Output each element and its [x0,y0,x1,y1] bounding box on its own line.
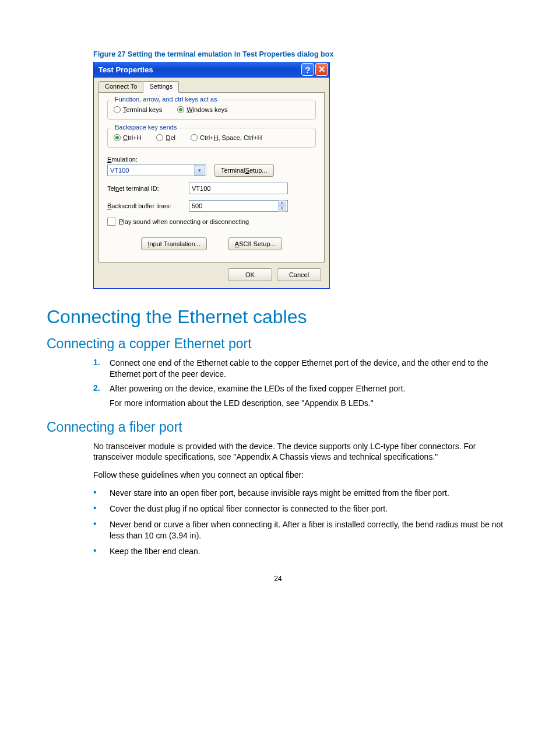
list-text: Never bend or curve a fiber when connect… [110,519,509,541]
radio-windows-keys[interactable]: Windows keys [177,106,227,113]
bullet-icon: • [93,503,110,514]
input-translation-button[interactable]: Input Translation... [141,237,207,250]
group-function-keys-legend: Function, arrow, and ctrl keys act as [112,96,219,103]
list-number: 2. [93,383,110,394]
close-button[interactable]: ✕ [315,63,328,76]
bullet-list: •Never stare into an open fiber port, be… [93,488,509,556]
heading-2-copper: Connecting a copper Ethernet port [47,336,509,352]
radio-terminal-keys[interactable]: Terminal keys [114,106,162,113]
play-sound-checkbox[interactable]: Play sound when connecting or disconnect… [107,218,316,226]
list-text: After powering on the device, examine th… [110,383,509,394]
spinner-down-icon[interactable]: ▾ [278,206,286,212]
list-subtext: For more information about the LED descr… [110,398,509,409]
paragraph: Follow these guidelines when you connect… [93,470,509,481]
radio-icon [177,106,184,113]
tabstrip: Connect To Settings [98,81,325,93]
terminal-setup-button[interactable]: Terminal Setup... [214,164,274,177]
radio-icon [114,106,121,113]
list-number: 1. [93,358,110,380]
group-backspace: Backspace key sends Ctrl+H Del Ctrl+H [107,128,316,148]
spinner-up-icon[interactable]: ▴ [278,200,286,206]
tab-connect-to[interactable]: Connect To [98,81,143,93]
ok-button[interactable]: OK [228,268,272,281]
chevron-down-icon: ▾ [194,165,205,176]
heading-2-fiber: Connecting a fiber port [47,419,509,435]
backscroll-label: Backscroll buffer lines: [107,202,189,209]
emulation-combo[interactable]: VT100 ▾ [107,164,206,176]
list-text: Cover the dust plug if no optical fiber … [110,503,509,514]
help-button[interactable]: ? [301,63,314,76]
figure-caption: Figure 27 Setting the terminal emulation… [93,50,509,58]
ascii-setup-button[interactable]: ASCII Setup... [228,237,282,250]
tab-panel-settings: Function, arrow, and ctrl keys act as Te… [98,92,325,262]
bullet-icon: • [93,488,110,499]
backscroll-spinner[interactable]: 500 ▴ ▾ [189,200,288,212]
checkbox-icon [107,218,115,226]
dialog-title: Test Properties [98,65,300,74]
heading-1: Connecting the Ethernet cables [47,306,509,328]
bullet-icon: • [93,546,110,557]
telnet-id-label: Telnet terminal ID: [107,185,189,192]
list-text: Keep the fiber end clean. [110,546,509,557]
list-text: Connect one end of the Ethernet cable to… [110,358,509,380]
emulation-value: VT100 [110,167,129,174]
radio-ctrl-h-space[interactable]: Ctrl+H, Space, Ctrl+H [191,134,262,141]
tab-settings[interactable]: Settings [143,81,179,93]
radio-icon [114,134,121,141]
emulation-label: Emulation: [107,156,189,163]
radio-icon [156,134,163,141]
group-function-keys: Function, arrow, and ctrl keys act as Te… [107,100,316,120]
cancel-button[interactable]: Cancel [277,268,321,281]
titlebar: Test Properties ? ✕ [94,62,329,78]
test-properties-dialog: Test Properties ? ✕ Connect To Settings … [93,62,330,289]
ordered-list: 1. Connect one end of the Ethernet cable… [93,358,509,409]
radio-ctrl-h[interactable]: Ctrl+H [114,134,141,141]
list-text: Never stare into an open fiber port, bec… [110,488,509,499]
page-number: 24 [47,575,509,583]
radio-del[interactable]: Del [156,134,175,141]
radio-icon [191,134,198,141]
group-backspace-legend: Backspace key sends [112,124,179,131]
paragraph: No transceiver module is provided with t… [93,441,509,463]
telnet-id-field[interactable]: VT100 [189,183,288,194]
bullet-icon: • [93,519,110,541]
